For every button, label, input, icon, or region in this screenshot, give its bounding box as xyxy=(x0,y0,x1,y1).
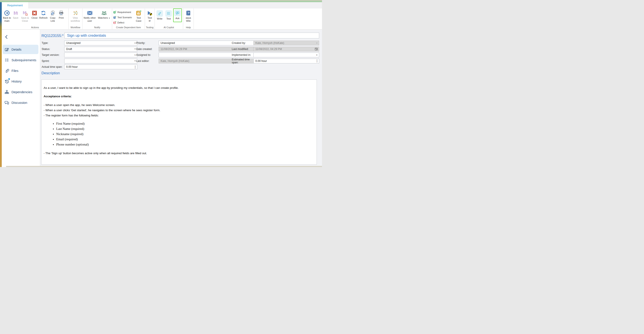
up-down-stepper-icon[interactable]: ▲▼ xyxy=(316,59,318,63)
ai-write-button[interactable]: Write xyxy=(155,9,164,21)
register-fields-list: First Name (required) Last Name (require… xyxy=(44,121,314,147)
close-label: Close xyxy=(32,17,38,20)
implemented-in-select[interactable]: ▼ xyxy=(254,53,319,57)
description-line: - When a user open the app, he sees Welc… xyxy=(44,103,314,108)
save-icon xyxy=(13,10,18,16)
workflow-icon xyxy=(72,10,78,16)
sidebar-item-dependencies-label: Dependencies xyxy=(12,90,32,94)
back-to-main-label: Back to main xyxy=(2,17,12,23)
aqua-wiki-button[interactable]: ? aqua Wiki xyxy=(184,9,193,23)
description-heading: Description xyxy=(42,71,60,75)
sidebar-item-details[interactable]: Details xyxy=(2,45,38,54)
sidebar-item-discussion-label: Discussion xyxy=(12,101,27,105)
up-down-stepper-icon[interactable]: ▲▼ xyxy=(134,65,136,69)
estimated-time-span-label: Estimated time span: xyxy=(232,58,254,64)
tab-requirement[interactable]: Requirement xyxy=(2,2,28,9)
view-workflow-button[interactable]: View workflow xyxy=(69,9,81,23)
dock-edge xyxy=(6,166,322,167)
sidebar-item-history[interactable]: History xyxy=(2,77,38,86)
aqua-wiki-label: aqua Wiki xyxy=(184,17,193,23)
ribbon-group-workflow: View workflow Workflow xyxy=(68,9,82,29)
ai-ask-button[interactable]: Ask xyxy=(173,9,182,22)
bulleted-list-icon xyxy=(4,58,9,62)
ribbon-group-ai-copilot: Write Test Ask AI Copilot xyxy=(155,9,183,29)
chevron-down-icon: ▼ xyxy=(316,42,318,44)
close-button[interactable]: Close xyxy=(30,9,38,20)
create-defect-button[interactable]: Defect xyxy=(112,20,134,25)
description-editor[interactable]: As a user, I want to be able to sign up … xyxy=(41,80,317,165)
chevron-down-icon: ▼ xyxy=(134,48,136,50)
sidebar-item-dependencies[interactable]: Dependencies xyxy=(2,87,38,97)
top-green-bar xyxy=(0,1,322,2)
close-icon xyxy=(32,10,37,16)
sidebar-item-subrequirements[interactable]: Subrequirements xyxy=(2,55,38,65)
assigned-to-label: Assigned to: xyxy=(136,54,158,57)
sprint-select[interactable]: ▼ xyxy=(64,59,137,63)
sidebar-item-files[interactable]: Files xyxy=(2,66,38,75)
last-modified-field: 11/08/2022, 04:29 PM xyxy=(254,47,319,52)
save-button[interactable]: Save xyxy=(12,9,19,20)
ai-test-label: Test xyxy=(166,17,171,21)
ribbon-tab-row: Requirement xyxy=(2,2,322,9)
create-test-case-button[interactable]: Test Case xyxy=(134,9,144,23)
back-to-main-button[interactable]: Back to main xyxy=(2,9,12,23)
desktop-edge-strip xyxy=(0,2,2,167)
last-editor-label: Last editor: xyxy=(136,60,158,63)
history-unread-dot xyxy=(8,78,10,80)
ai-ask-label: Ask xyxy=(176,17,180,20)
sidebar-item-discussion[interactable]: Discussion xyxy=(2,98,38,107)
sidebar-item-subrequirements-label: Subrequirements xyxy=(12,58,36,62)
list-item: Last Name (required) xyxy=(56,126,314,131)
list-item: First Name (required) xyxy=(56,121,314,126)
priority-label: Priority: xyxy=(136,42,158,45)
status-select[interactable]: Draft▼ xyxy=(64,47,137,52)
copy-link-button[interactable]: Copy Link xyxy=(48,9,57,23)
create-test-scenario-button[interactable]: Test Scenario xyxy=(112,15,134,20)
watchers-label: Watchers▼ xyxy=(98,17,110,20)
tab-requirement-label: Requirement xyxy=(7,4,23,7)
pencil-square-icon xyxy=(4,47,9,52)
test-it-button[interactable]: Test It! xyxy=(146,9,154,23)
list-item: Nickname (required) xyxy=(56,131,314,137)
group-label-testing: Testing xyxy=(145,26,154,29)
sprint-label: Sprint: xyxy=(42,60,64,63)
list-item: Phone number (optional) xyxy=(56,142,314,147)
refresh-icon xyxy=(40,10,46,16)
refresh-button[interactable]: Refresh xyxy=(39,9,48,20)
type-select[interactable]: Unassigned▼ xyxy=(64,41,137,45)
watchers-button[interactable]: Watchers▼ xyxy=(97,9,111,20)
status-label: Status: xyxy=(42,48,64,51)
chevron-left-icon xyxy=(4,35,9,39)
calendar-icon xyxy=(315,48,318,50)
acceptance-criteria-heading: Acceptance criteria: xyxy=(44,94,314,99)
date-created-label: Date created: xyxy=(136,48,158,51)
list-item: Email (required) xyxy=(56,137,314,142)
target-version-select[interactable]: ▼ xyxy=(64,53,137,57)
sidebar-collapse-button[interactable] xyxy=(4,35,9,39)
create-defect-label: Defect xyxy=(118,21,124,24)
save-and-close-button[interactable]: Save & Close xyxy=(20,9,30,23)
svg-text:?: ? xyxy=(188,11,190,15)
test-it-label: Test It! xyxy=(146,17,153,23)
app-window: Requirement Back to main Save Save & Clo… xyxy=(0,0,322,167)
chevron-down-icon: ▼ xyxy=(316,54,318,56)
description-intro: As a user, I want to be able to sign up … xyxy=(44,85,314,91)
title-value: Sign up with credentials xyxy=(67,34,106,38)
print-button[interactable]: Print xyxy=(58,9,65,20)
save-and-close-label: Save & Close xyxy=(20,17,30,23)
ribbon-group-create-dependent-item: Requirement Test Scenario Defect Test Ca… xyxy=(112,9,145,29)
create-requirement-label: Requirement xyxy=(118,11,131,14)
sidebar-item-files-label: Files xyxy=(12,69,18,73)
title-input[interactable]: Sign up with credentials xyxy=(64,33,319,39)
notify-other-user-button[interactable]: Notify other user xyxy=(83,9,96,23)
create-requirement-button[interactable]: Requirement xyxy=(112,10,134,15)
group-label-create-dependent-item: Create Dependent Item xyxy=(112,26,145,29)
test-scenario-plus-icon xyxy=(113,16,116,19)
estimated-time-span-stepper[interactable]: 0.00 hour▲▼ xyxy=(254,59,319,63)
actual-time-span-stepper[interactable]: 0.00 hour▲▼ xyxy=(64,65,137,69)
defect-plus-icon xyxy=(113,21,116,24)
ai-test-button[interactable]: Test xyxy=(164,9,173,21)
target-version-label: Target version: xyxy=(42,54,64,57)
ribbon-group-notify: Notify other user Watchers▼ Notify xyxy=(82,9,112,29)
create-test-case-label: Test Case xyxy=(134,17,144,23)
